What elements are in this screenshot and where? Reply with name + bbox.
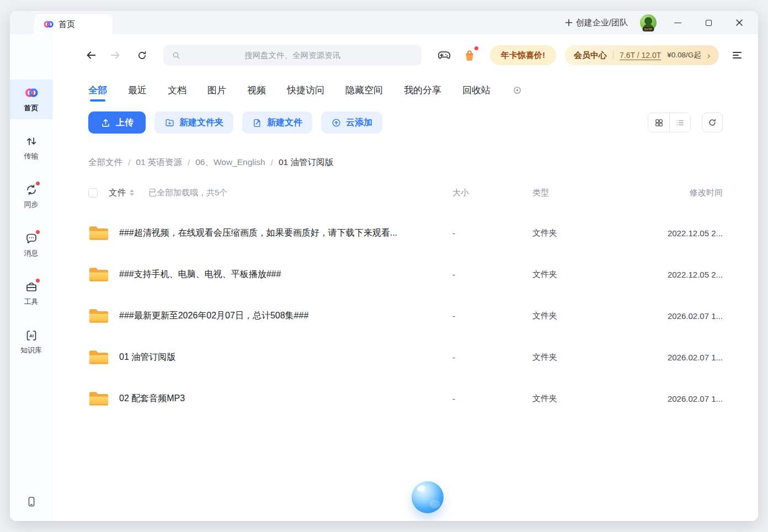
file-row[interactable]: 02 配套音频MP3 - 文件夹 2026.02.07 1... [53,378,758,419]
file-size: - [452,353,532,362]
main-panel: 年卡惊喜价! 会员中心 7.6T / 12.0T ¥0.08/G起 › 全部 [53,34,758,521]
list-view-button[interactable] [669,113,690,132]
tab-videos[interactable]: 视频 [247,84,266,97]
file-type: 文件夹 [532,393,621,404]
file-row[interactable]: ###最新更新至2026年02月07日，总计508集### - 文件夹 2026… [53,295,758,337]
file-size: - [452,311,532,321]
chevron-right-icon: › [707,51,711,60]
forward-icon [109,49,121,61]
back-icon [85,49,97,61]
games-button[interactable] [436,47,451,63]
sidebar-item-home[interactable]: 首页 [10,79,52,119]
file-type: 文件夹 [532,228,621,238]
breadcrumb-current: 01 油管订阅版 [279,157,333,168]
cloud-add-button[interactable]: 云添加 [321,111,382,134]
file-size: - [452,228,532,238]
member-center-button[interactable]: 会员中心 7.6T / 12.0T ¥0.08/G起 › [565,45,719,65]
gamepad-icon [436,47,451,63]
file-name: ###最新更新至2026年02月07日，总计508集### [119,310,322,322]
gift-button[interactable] [462,48,477,62]
breadcrumb-item-1[interactable]: 01 英语资源 [136,157,182,168]
search-box [163,45,422,66]
time-column-header: 修改时间 [621,188,723,198]
folder-icon [88,307,109,324]
file-time: 2026.02.07 1... [621,311,723,321]
collapse-menu-button[interactable] [730,49,744,62]
load-summary: 已全部加载哦，共5个 [148,188,227,198]
list-view-icon [675,118,685,127]
breadcrumb-root[interactable]: 全部文件 [88,157,122,168]
create-team-button[interactable]: 创建企业/团队 [565,18,628,28]
close-icon [735,19,743,26]
view-toggle-group [648,113,691,132]
maximize-icon [706,20,712,26]
sidebar-item-messages[interactable]: 消息 [10,225,52,265]
new-folder-button[interactable]: 新建文件夹 [154,111,233,134]
maximize-button[interactable] [701,15,716,30]
sync-notification-dot [36,182,40,185]
upload-button[interactable]: 上传 [88,111,146,134]
folder-icon [88,349,109,366]
new-file-button[interactable]: 新建文件 [242,111,312,134]
sidebar-item-tools[interactable]: 工具 [10,274,52,313]
home-tab[interactable]: 首页 [34,14,113,34]
page-refresh-button[interactable] [135,48,149,62]
tab-documents[interactable]: 文档 [168,84,186,97]
sidebar-item-knowledge[interactable]: AI 知识库 [10,322,52,362]
home-logo-icon [24,86,39,100]
cloud-add-icon [331,118,342,128]
folder-icon [88,390,109,407]
minimize-button[interactable] [670,15,685,30]
file-size: - [452,270,532,279]
file-name: 02 配套音频MP3 [119,393,198,405]
mobile-app-button[interactable] [10,496,52,508]
user-avatar[interactable]: SVIP [640,14,657,31]
tab-pictures[interactable]: 图片 [207,84,226,97]
search-input[interactable] [163,45,422,66]
category-tabs: 全部 最近 文档 图片 视频 快捷访问 隐藏空间 我的分享 回收站 [53,73,758,98]
file-row[interactable]: 01 油管订阅版 - 文件夹 2026.02.07 1... [53,337,758,378]
list-refresh-icon [707,118,717,127]
breadcrumb: 全部文件 / 01 英语资源 / 06、Wow_English / 01 油管订… [53,157,758,168]
file-column-header[interactable]: 文件 [109,187,126,199]
new-file-icon [252,118,263,128]
navigation-toolbar: 年卡惊喜价! 会员中心 7.6T / 12.0T ¥0.08/G起 › [53,34,758,73]
file-name: 01 油管订阅版 [119,352,189,363]
file-row[interactable]: ###支持手机、电脑、电视、平板播放### - 文件夹 2022.12.05 2… [53,254,758,295]
tab-my-shares[interactable]: 我的分享 [404,84,441,97]
file-time: 2026.02.07 1... [621,353,723,362]
messages-notification-dot [36,230,40,234]
file-time: 2022.12.05 2... [621,270,723,279]
file-time: 2022.12.05 2... [621,228,723,238]
tab-recent[interactable]: 最近 [128,84,147,97]
app-window: 首页 创建企业/团队 SVIP [10,11,758,521]
plus-icon [565,19,573,26]
close-button[interactable] [732,15,747,30]
file-row[interactable]: ###超清视频，在线观看会压缩画质，如果要画质好，请下载下来观看... - 文件… [53,212,758,254]
file-list: ###超清视频，在线观看会压缩画质，如果要画质好，请下载下来观看... - 文件… [53,212,758,419]
grid-view-icon [654,118,664,127]
breadcrumb-item-2[interactable]: 06、Wow_English [195,157,265,168]
app-logo-icon [43,19,54,30]
tab-all[interactable]: 全部 [88,84,107,97]
forward-button[interactable] [108,48,122,62]
message-icon [25,232,38,245]
sidebar-item-transfer[interactable]: 传输 [10,128,52,168]
tab-recycle-bin[interactable]: 回收站 [462,84,490,97]
tab-more-button[interactable] [513,86,522,95]
tab-title: 首页 [58,19,75,30]
list-refresh-button[interactable] [702,113,723,132]
toolbox-icon [25,280,38,294]
actions-row: 上传 新建文件夹 新建文件 [53,111,758,134]
promo-button[interactable]: 年卡惊喜价! [490,45,556,65]
folder-icon [88,225,109,242]
grid-view-button[interactable] [648,113,669,132]
back-button[interactable] [84,48,98,62]
tab-hidden-space[interactable]: 隐藏空间 [345,84,383,97]
assistant-mascot[interactable] [412,481,444,513]
sidebar-item-sync[interactable]: 同步 [10,177,52,216]
tab-quick-access[interactable]: 快捷访问 [287,84,324,97]
select-all-checkbox[interactable] [88,188,98,198]
sort-toggle[interactable] [130,189,134,196]
circle-dot-icon [513,86,522,95]
